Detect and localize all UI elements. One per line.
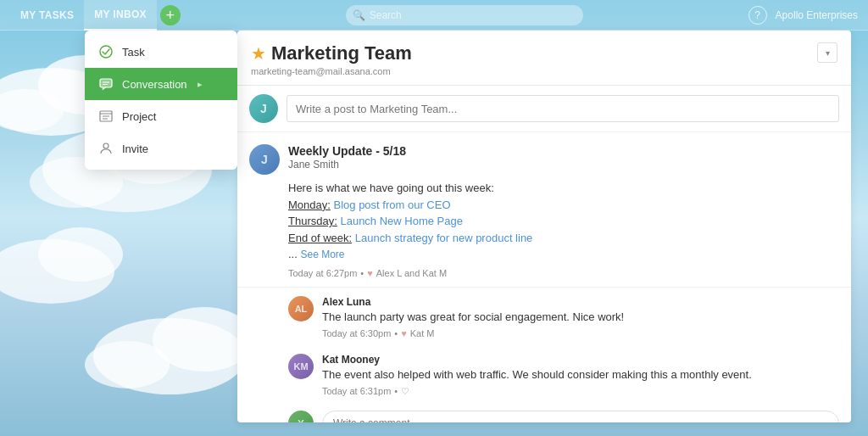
post-line1: Monday: Blog post from our CEO <box>288 197 839 214</box>
dropdown-item-task[interactable]: Task <box>85 36 237 68</box>
dropdown-item-project[interactable]: Project <box>85 100 237 132</box>
search-input[interactable] <box>346 5 583 25</box>
compose-avatar-initials: J <box>249 94 278 123</box>
feed: J Weekly Update - 5/18 Jane Smith Here i… <box>237 132 851 422</box>
post-line1-link[interactable]: Blog post from our CEO <box>334 198 451 211</box>
conversation-label: Conversation <box>122 78 187 91</box>
post-ellipsis: ... <box>288 248 298 260</box>
project-icon <box>98 109 114 124</box>
see-more-link[interactable]: See More <box>300 249 344 260</box>
post-meta: Weekly Update - 5/18 Jane Smith <box>288 144 839 175</box>
search-wrap: 🔍 <box>346 5 583 25</box>
top-nav: MY TASKS MY INBOX + 🔍 ? Apollo Enterpris… <box>0 0 868 31</box>
compose-input[interactable] <box>287 95 839 122</box>
reply-2-avatar: KM <box>288 354 314 379</box>
reply-2-timestamp: Today at 6:31pm <box>322 386 391 396</box>
main-panel: ★ Marketing Team marketing-team@mail.asa… <box>237 31 851 422</box>
reply-1-dot: • <box>394 328 398 338</box>
check-icon <box>98 44 114 59</box>
post-author-avatar: J <box>249 144 280 175</box>
comment-initial: Y <box>288 411 314 422</box>
post-line2: Thursday: Launch New Home Page <box>288 213 839 230</box>
post-timestamp: Today at 6:27pm <box>288 268 357 278</box>
reply-2-heart[interactable]: ♡ <box>401 386 409 397</box>
post-line2-link[interactable]: Launch New Home Page <box>340 215 463 227</box>
dropdown-item-invite[interactable]: Invite <box>85 132 237 165</box>
post-heart[interactable]: ♥ <box>367 268 373 278</box>
reply-2-dot: • <box>394 386 398 396</box>
post-line1-label: Monday: <box>288 198 331 211</box>
reply-alex-luna: AL Alex Luna The launch party was great … <box>237 288 851 345</box>
person-icon <box>98 141 114 156</box>
star-icon[interactable]: ★ <box>251 43 266 64</box>
reply-kat-mooney: KM Kat Mooney The event also helped with… <box>237 345 851 404</box>
post-line3-label: End of week: <box>288 232 352 244</box>
reply-2-initial: KM <box>288 354 314 379</box>
svg-rect-12 <box>100 79 112 87</box>
reply-1-timestamp: Today at 6:30pm <box>322 328 391 338</box>
post-line3: End of week: Launch strategy for new pro… <box>288 230 839 247</box>
org-name: Apollo Enterprises <box>776 9 858 21</box>
reply-2-author: Kat Mooney <box>322 354 839 366</box>
team-email: marketing-team@mail.asana.com <box>251 66 412 76</box>
reply-1-heart[interactable]: ♥ <box>401 328 407 338</box>
help-button[interactable]: ? <box>748 6 767 25</box>
reply-1-avatar: AL <box>288 296 314 321</box>
svg-point-11 <box>100 46 112 58</box>
post-dot: • <box>360 268 364 278</box>
dropdown-menu: Task Conversation ▸ Project <box>85 31 237 170</box>
post-weekly-update: J Weekly Update - 5/18 Jane Smith Here i… <box>237 132 851 288</box>
search-bar: 🔍 <box>181 5 748 25</box>
reply-1-author: Alex Luna <box>322 296 839 308</box>
add-button[interactable]: + <box>160 5 181 25</box>
reply-1-initial: AL <box>288 296 314 321</box>
post-liked-by: Alex L and Kat M <box>376 268 447 278</box>
post-body: Here is what we have going out this week… <box>249 180 839 263</box>
team-name: Marketing Team <box>271 42 412 64</box>
project-label: Project <box>122 110 156 123</box>
chat-icon <box>98 76 114 92</box>
comment-avatar: Y <box>288 411 314 422</box>
reply-2-text: The event also helped with web traffic. … <box>322 367 839 383</box>
reply-1-liked-by: Kat M <box>410 328 435 338</box>
dropdown-item-conversation[interactable]: Conversation ▸ <box>85 68 237 100</box>
reply-1-footer: Today at 6:30pm • ♥ Kat M <box>322 328 839 338</box>
task-label: Task <box>122 46 145 59</box>
post-footer: Today at 6:27pm • ♥ Alex L and Kat M <box>249 268 839 278</box>
reply-2-content: Kat Mooney The event also helped with we… <box>322 354 839 397</box>
post-author: Jane Smith <box>288 159 839 170</box>
comment-input[interactable] <box>322 411 839 422</box>
invite-label: Invite <box>122 143 148 155</box>
post-header: J Weekly Update - 5/18 Jane Smith <box>249 144 839 175</box>
compose-area: J <box>237 86 851 132</box>
chevron-button[interactable]: ▾ <box>817 42 837 63</box>
panel-header: ★ Marketing Team marketing-team@mail.asa… <box>237 31 851 86</box>
reply-1-text: The launch party was great for social en… <box>322 310 839 325</box>
cursor: ▸ <box>198 79 203 90</box>
svg-point-19 <box>103 143 108 148</box>
search-icon: 🔍 <box>353 9 365 21</box>
reply-2-footer: Today at 6:31pm • ♡ <box>322 386 839 397</box>
reply-1-content: Alex Luna The launch party was great for… <box>322 296 839 338</box>
nav-my-inbox[interactable]: MY INBOX <box>84 0 157 31</box>
compose-avatar: J <box>249 94 278 123</box>
nav-my-tasks[interactable]: MY TASKS <box>10 0 84 31</box>
post-intro: Here is what we have going out this week… <box>288 182 494 194</box>
post-line3-link[interactable]: Launch strategy for new product line <box>355 232 533 244</box>
comment-input-wrap: Y <box>237 404 851 422</box>
post-title: Weekly Update - 5/18 <box>288 144 839 158</box>
post-line2-label: Thursday: <box>288 215 337 227</box>
post-avatar-initial: J <box>249 144 280 175</box>
team-info: ★ Marketing Team marketing-team@mail.asa… <box>251 42 412 76</box>
